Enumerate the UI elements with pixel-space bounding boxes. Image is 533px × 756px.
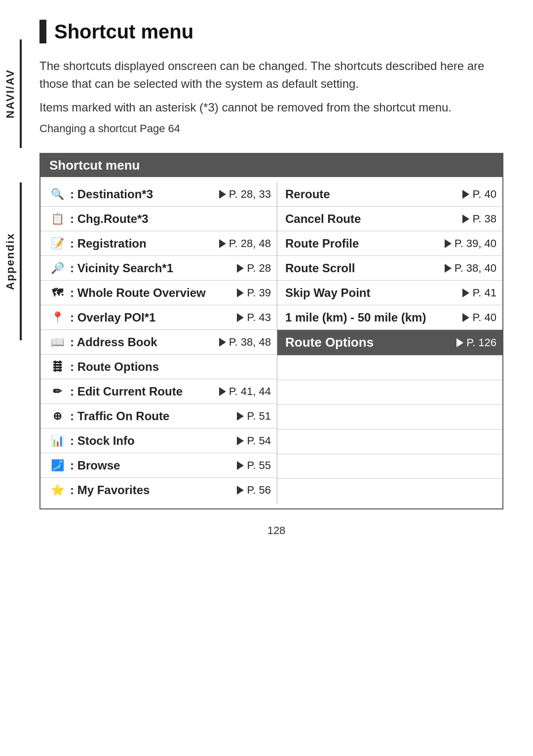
editroute-page: P. 41, 44 — [229, 385, 271, 398]
vicinity-page: P. 28 — [247, 262, 271, 275]
overlaypoi-page: P. 43 — [247, 311, 271, 324]
routescroll-arrow — [445, 264, 452, 273]
routeprofile-label: Route Profile — [285, 237, 359, 250]
title-bar-decoration — [39, 20, 46, 43]
right-row-skipwaypoint: Skip Way Point P. 41 — [277, 281, 502, 305]
overlaypoi-icon: 📍 — [48, 311, 66, 324]
chgroute-label: : Chg.Route*3 — [70, 212, 149, 226]
registration-arrow — [219, 239, 226, 248]
destination-page-ref: P. 28, 33 — [219, 188, 277, 201]
favorites-label: : My Favorites — [70, 483, 150, 497]
routeprofile-arrow — [445, 239, 452, 248]
overlaypoi-label: : Overlay POI*1 — [70, 311, 155, 324]
routeoptions-label: : Route Options — [70, 360, 159, 374]
empty-row-6 — [277, 479, 502, 504]
empty-row-5 — [277, 454, 502, 479]
menu-row-vicinity: 🔎 : Vicinity Search*1 P. 28 — [40, 256, 277, 281]
destination-page: P. 28, 33 — [229, 188, 271, 201]
reroute-label: Reroute — [285, 187, 330, 201]
destination-label: : Destination*3 — [70, 187, 153, 201]
reroute-page-ref: P. 40 — [462, 188, 502, 201]
traffic-arrow — [237, 412, 244, 421]
wholeroute-label: : Whole Route Overview — [70, 286, 206, 300]
sidebar-naviav-label: NAVI/AV — [4, 39, 22, 148]
empty-row-4 — [277, 430, 502, 454]
skipwaypoint-arrow — [462, 288, 469, 297]
routescroll-page: P. 38, 40 — [455, 262, 496, 275]
registration-icon: 📝 — [48, 237, 66, 250]
favorites-arrow — [237, 486, 244, 495]
menu-row-wholeroute: 🗺 : Whole Route Overview P. 39 — [40, 281, 277, 305]
stockinfo-page: P. 54 — [247, 434, 271, 447]
editroute-label: : Edit Current Route — [70, 385, 183, 398]
right-column: Reroute P. 40 Cancel Route P. 38 — [277, 182, 502, 504]
shortcut-box-title: Shortcut menu — [40, 154, 502, 177]
description-1: The shortcuts displayed onscreen can be … — [39, 57, 513, 93]
stockinfo-icon: 📊 — [48, 434, 66, 447]
cancelroute-label: Cancel Route — [285, 212, 361, 225]
routeprofile-page-ref: P. 39, 40 — [445, 237, 502, 250]
overlaypoi-page-ref: P. 43 — [237, 311, 277, 324]
menu-row-registration: 📝 : Registration P. 28, 48 — [40, 231, 277, 256]
editroute-page-ref: P. 41, 44 — [219, 385, 277, 398]
menu-row-overlaypoi: 📍 : Overlay POI*1 P. 43 — [40, 305, 277, 330]
right-row-routescroll: Route Scroll P. 38, 40 — [277, 256, 502, 281]
browse-label: : Browse — [70, 459, 120, 472]
registration-page-ref: P. 28, 48 — [219, 237, 277, 250]
traffic-page: P. 51 — [247, 410, 271, 423]
browse-page: P. 55 — [247, 459, 271, 472]
menu-row-stockinfo: 📊 : Stock Info P. 54 — [40, 429, 277, 453]
registration-label: : Registration — [70, 237, 147, 251]
empty-row-3 — [277, 405, 502, 430]
menu-row-chgroute: 📋 : Chg.Route*3 — [40, 207, 277, 231]
routescroll-label: Route Scroll — [285, 261, 355, 275]
favorites-icon: ⭐ — [48, 484, 66, 497]
wholeroute-arrow — [237, 288, 244, 297]
milekm-page-ref: P. 40 — [462, 311, 502, 324]
page-title: Shortcut menu — [39, 20, 513, 43]
browse-page-ref: P. 55 — [237, 459, 277, 472]
right-row-routeprofile: Route Profile P. 39, 40 — [277, 231, 502, 256]
empty-row-1 — [277, 356, 502, 380]
menu-row-routeoptions: 🛤 : Route Options — [40, 355, 277, 379]
wholeroute-page: P. 39 — [247, 287, 271, 299]
empty-row-2 — [277, 380, 502, 405]
traffic-icon: ⊕ — [48, 410, 66, 423]
editroute-icon: ✏ — [48, 385, 66, 398]
reroute-page: P. 40 — [472, 188, 496, 201]
routeoptions-highlighted-page: P. 126 — [466, 336, 496, 349]
skipwaypoint-label: Skip Way Point — [285, 286, 370, 299]
sidebar-appendix-label: Appendix — [4, 182, 22, 340]
stockinfo-arrow — [237, 436, 244, 445]
destination-icon: 🔍 — [48, 188, 66, 201]
routescroll-page-ref: P. 38, 40 — [445, 262, 502, 275]
stockinfo-label: : Stock Info — [70, 434, 135, 448]
menu-row-editroute: ✏ : Edit Current Route P. 41, 44 — [40, 379, 277, 404]
menu-row-addressbook: 📖 : Address Book P. 38, 48 — [40, 330, 277, 355]
cancelroute-page: P. 38 — [472, 213, 496, 225]
wholeroute-icon: 🗺 — [48, 287, 66, 299]
browse-arrow — [237, 461, 244, 470]
browse-icon: 🗾 — [48, 459, 66, 472]
vicinity-icon: 🔎 — [48, 262, 66, 275]
menu-row-destination: 🔍 : Destination*3 P. 28, 33 — [40, 182, 277, 207]
traffic-label: : Traffic On Route — [70, 409, 169, 423]
routeprofile-page: P. 39, 40 — [455, 237, 496, 250]
left-column: 🔍 : Destination*3 P. 28, 33 📋 : Chg.Rout… — [40, 182, 277, 504]
overlaypoi-arrow — [237, 313, 244, 322]
stockinfo-page-ref: P. 54 — [237, 434, 277, 447]
milekm-arrow — [462, 313, 469, 322]
shortcut-menu-box: Shortcut menu 🔍 : Destination*3 P. 28, 3… — [39, 153, 503, 509]
routeoptions-highlighted-ref: P. 126 — [457, 336, 502, 349]
routeoptions-icon: 🛤 — [48, 360, 66, 373]
addressbook-page: P. 38, 48 — [229, 336, 271, 349]
description-2: Items marked with an asterisk (*3) canno… — [39, 99, 513, 116]
destination-arrow — [219, 190, 226, 199]
favorites-page-ref: P. 56 — [237, 484, 277, 497]
right-row-routeoptions-highlighted: Route Options P. 126 — [277, 330, 502, 356]
chgroute-icon: 📋 — [48, 213, 66, 225]
registration-page: P. 28, 48 — [229, 237, 271, 250]
milekm-page: P. 40 — [472, 311, 496, 324]
changing-ref: Changing a shortcut Page 64 — [39, 122, 513, 135]
menu-row-traffic: ⊕ : Traffic On Route P. 51 — [40, 404, 277, 429]
